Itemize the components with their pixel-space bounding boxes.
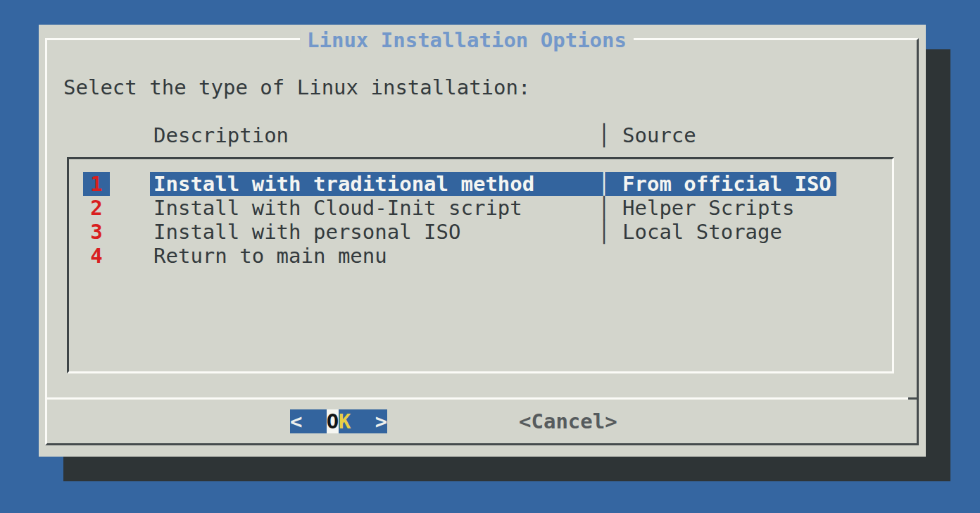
- menu-item-source: From official ISO: [622, 172, 831, 196]
- menu-item-tag: 4: [83, 244, 110, 268]
- ok-bracket-right: >: [375, 409, 387, 433]
- ok-cursor-char: O: [327, 409, 339, 433]
- button-area-separator-cap: [908, 397, 917, 400]
- menu-item-label: Install with traditional method: [153, 172, 534, 196]
- menu-item-tag: 1: [83, 172, 110, 196]
- menu-item-3[interactable]: 3 Install with personal ISO │ Local Stor…: [39, 220, 926, 244]
- column-separator: │: [598, 123, 610, 147]
- button-area-separator: [47, 397, 908, 400]
- menu-item-source: Local Storage: [622, 220, 782, 244]
- menu-item-source: Helper Scripts: [622, 196, 794, 220]
- column-separator: │: [598, 196, 610, 220]
- cancel-button[interactable]: <Cancel>: [519, 409, 617, 433]
- column-separator: │: [598, 172, 610, 196]
- column-header-row: Description │ Source: [39, 123, 926, 147]
- button-row: < O K > <Cancel>: [39, 409, 926, 433]
- menu-item-4[interactable]: 4 Return to main menu: [39, 244, 926, 268]
- menu-item-label: Return to main menu: [153, 244, 387, 268]
- column-header-source: Source: [622, 123, 696, 147]
- menu-item-1[interactable]: 1 Install with traditional method │ From…: [39, 172, 926, 196]
- ok-button[interactable]: < O K >: [290, 409, 387, 433]
- menu-item-tag: 2: [83, 196, 110, 220]
- instruction-text: Select the type of Linux installation:: [63, 75, 530, 99]
- installation-options-dialog: Linux Installation Options Select the ty…: [39, 25, 926, 457]
- ok-bracket-left: <: [290, 409, 302, 433]
- terminal-screen: Linux Installation Options Select the ty…: [0, 0, 980, 513]
- menu-item-tag: 3: [83, 220, 110, 244]
- menu-item-label: Install with personal ISO: [153, 220, 461, 244]
- column-separator: │: [598, 220, 610, 244]
- dialog-title: Linux Installation Options: [300, 28, 634, 52]
- menu-item-2[interactable]: 2 Install with Cloud-Init script │ Helpe…: [39, 196, 926, 220]
- column-header-description: Description: [153, 123, 289, 147]
- ok-hotkey-char: K: [339, 409, 351, 433]
- menu-item-label: Install with Cloud-Init script: [153, 196, 522, 220]
